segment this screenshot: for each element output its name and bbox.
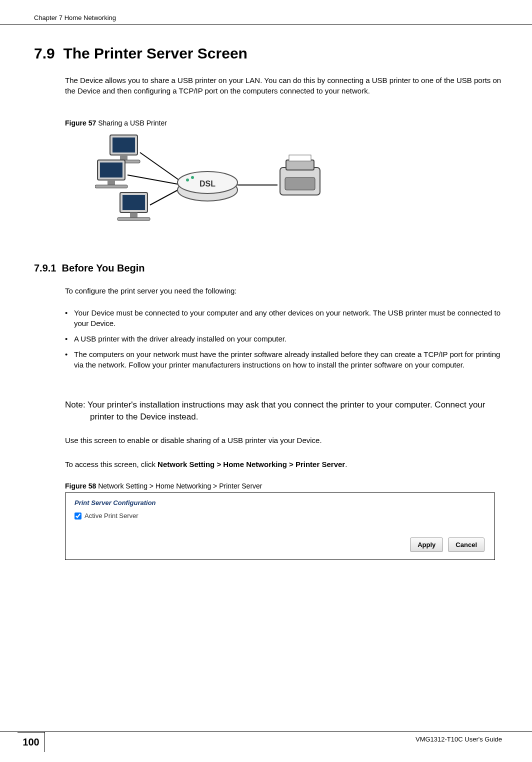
svg-rect-7	[95, 185, 128, 188]
svg-rect-6	[108, 180, 115, 185]
note-paragraph: Note: Your printer's installation instru…	[65, 399, 502, 423]
svg-rect-20	[289, 155, 311, 161]
svg-point-15	[186, 178, 189, 182]
subsection-number: 7.9.1	[34, 262, 56, 274]
list-item: A USB printer with the driver already in…	[65, 334, 502, 344]
footer-divider	[0, 732, 532, 732]
svg-rect-9	[122, 195, 145, 210]
figure-57-caption: Figure 57 Sharing a USB Printer	[65, 119, 167, 127]
cancel-button[interactable]: Cancel	[448, 538, 484, 552]
apply-button[interactable]: Apply	[410, 538, 443, 552]
access-suffix: .	[345, 460, 347, 468]
access-prefix: To access this screen, click	[65, 460, 158, 468]
section-title: The Printer Server Screen	[63, 45, 248, 62]
svg-point-16	[191, 176, 194, 179]
list-item: Your Device must be connected to your co…	[65, 308, 502, 328]
section-heading: 7.9 The Printer Server Screen	[34, 45, 248, 62]
config-section-label: Print Server Configuration	[74, 499, 156, 506]
figure-number: Figure 58	[65, 482, 96, 490]
svg-text:DSL: DSL	[200, 180, 216, 188]
section-intro-paragraph: The Device allows you to share a USB pri…	[65, 75, 502, 96]
figure-57-diagram: DSL	[95, 132, 325, 232]
guide-label: VMG1312-T10C User's Guide	[416, 736, 502, 743]
figure-title: Sharing a USB Printer	[96, 119, 167, 127]
active-print-server-checkbox[interactable]	[74, 512, 82, 520]
svg-rect-1	[112, 138, 135, 152]
computer-icon	[108, 135, 140, 163]
header-divider	[0, 24, 532, 24]
svg-rect-19	[285, 178, 315, 190]
page-number: 100	[18, 732, 45, 752]
access-screen-paragraph: To access this screen, click Network Set…	[65, 460, 347, 468]
figure-58-screenshot: Print Server Configuration Active Print …	[65, 492, 495, 560]
svg-rect-18	[286, 160, 314, 170]
list-item: The computers on your network must have …	[65, 349, 502, 370]
printer-icon	[280, 155, 320, 195]
computer-icon	[95, 160, 128, 188]
figure-number: Figure 57	[65, 119, 96, 127]
svg-rect-5	[100, 162, 122, 178]
svg-rect-11	[118, 218, 150, 220]
checkbox-row: Active Print Server	[74, 512, 138, 520]
requirements-list: Your Device must be connected to your co…	[65, 308, 502, 375]
svg-rect-2	[120, 155, 128, 160]
dsl-router-icon: DSL	[178, 172, 238, 201]
use-screen-paragraph: Use this screen to enable or disable sha…	[65, 436, 322, 444]
subsection-intro: To configure the print server you need t…	[65, 286, 237, 295]
breadcrumb-path: Network Setting > Home Networking > Prin…	[158, 460, 345, 468]
button-row: Apply Cancel	[410, 538, 484, 552]
subsection-title: Before You Begin	[62, 262, 145, 274]
figure-title: Network Setting > Home Networking > Prin…	[96, 482, 262, 490]
section-number: 7.9	[34, 45, 55, 62]
figure-58-caption: Figure 58 Network Setting > Home Network…	[65, 482, 262, 490]
usb-printer-diagram: DSL	[95, 132, 325, 232]
checkbox-label: Active Print Server	[84, 512, 138, 520]
svg-rect-10	[130, 212, 138, 218]
subsection-heading: 7.9.1 Before You Begin	[34, 262, 145, 274]
computer-icon	[118, 192, 150, 220]
chapter-label: Chapter 7 Home Networking	[34, 14, 116, 22]
